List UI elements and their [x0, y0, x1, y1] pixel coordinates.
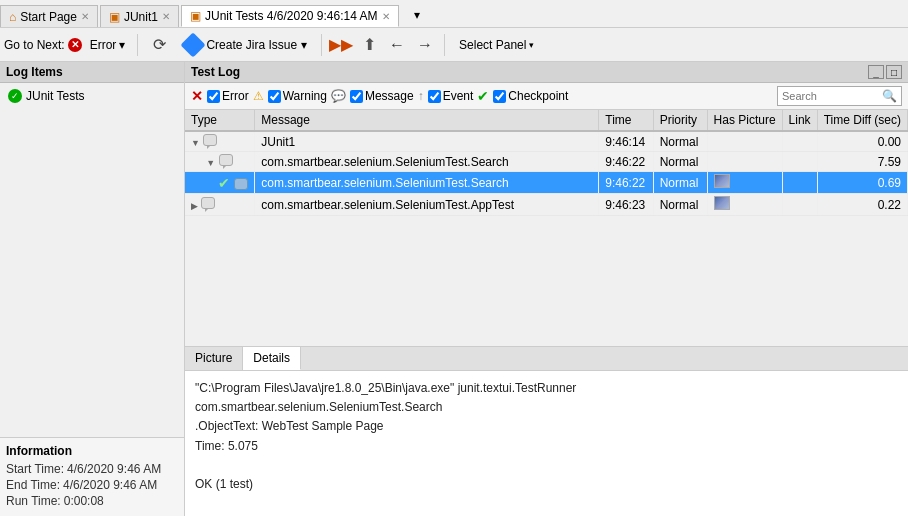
- row1-message: JUnit1: [255, 131, 599, 152]
- run-time-label: Run Time:: [6, 494, 61, 508]
- table-row-selected[interactable]: ✔ com.smartbear.selenium.SeleniumTest.Se…: [185, 172, 908, 194]
- warning-checkbox[interactable]: [268, 90, 281, 103]
- checkpoint-filter-label: Checkpoint: [508, 89, 568, 103]
- message-checkbox[interactable]: [350, 90, 363, 103]
- start-time-value: 4/6/2020 9:46 AM: [67, 462, 161, 476]
- minimize-btn[interactable]: _: [868, 65, 884, 79]
- up-icon: ⬆: [363, 35, 376, 54]
- row3-check-icon: ✔: [218, 175, 230, 191]
- main-toolbar: Go to Next: ✕ Error ▾ ⟳ Create Jira Issu…: [0, 28, 908, 62]
- row4-time: 9:46:23: [599, 194, 653, 216]
- tab-bar: ⌂ Start Page ✕ ▣ JUnit1 ✕ ▣ JUnit Tests …: [0, 0, 429, 27]
- error-filter-x-icon[interactable]: ✕: [191, 88, 203, 104]
- row2-expand-icon[interactable]: ▼: [206, 158, 215, 168]
- run-time-value: 0:00:08: [64, 494, 104, 508]
- warning-filter-item: Warning: [268, 89, 327, 103]
- tab-start-page[interactable]: ⌂ Start Page ✕: [0, 5, 98, 27]
- row3-has-picture: [707, 172, 782, 194]
- run-btn[interactable]: ▶▶: [329, 33, 353, 57]
- tab-junit-tests[interactable]: ▣ JUnit Tests 4/6/2020 9:46:14 AM ✕: [181, 5, 399, 27]
- detail-tabs: Picture Details: [185, 347, 908, 371]
- row4-message: com.smartbear.selenium.SeleniumTest.AppT…: [255, 194, 599, 216]
- tab-details[interactable]: Details: [243, 347, 301, 370]
- checkpoint-checkbox[interactable]: [493, 90, 506, 103]
- row1-expand-icon[interactable]: ▼: [191, 138, 200, 148]
- error-badge: ✕: [68, 38, 82, 52]
- table-row[interactable]: ▼ com.smartbear.selenium.SeleniumTest.Se…: [185, 152, 908, 172]
- search-box[interactable]: 🔍: [777, 86, 902, 106]
- maximize-btn[interactable]: □: [886, 65, 902, 79]
- error-checkbox[interactable]: [207, 90, 220, 103]
- row2-message: com.smartbear.selenium.SeleniumTest.Sear…: [255, 152, 599, 172]
- row4-type: ▶: [185, 194, 255, 216]
- tab-junit1-close[interactable]: ✕: [162, 11, 170, 22]
- row2-type: ▼: [185, 152, 255, 172]
- jira-dropdown-icon: ▾: [301, 38, 307, 52]
- table-header: Type Message Time Priority Has Picture L…: [185, 110, 908, 131]
- junit-tests-check-icon: ✓: [8, 89, 22, 103]
- sep1: [137, 34, 138, 56]
- row3-bubble-icon: [234, 178, 248, 190]
- warning-filter-label: Warning: [283, 89, 327, 103]
- info-section: Information Start Time: 4/6/2020 9:46 AM…: [0, 437, 184, 516]
- home-icon: ⌂: [9, 10, 16, 24]
- row4-time-diff: 0.22: [817, 194, 907, 216]
- tab-start-page-close[interactable]: ✕: [81, 11, 89, 22]
- row1-time-diff: 0.00: [817, 131, 907, 152]
- log-item-junit-tests[interactable]: ✓ JUnit Tests: [4, 87, 180, 105]
- error-filter-label: Error: [222, 89, 249, 103]
- search-input[interactable]: [782, 90, 882, 102]
- sep2: [321, 34, 322, 56]
- row3-priority: Normal: [653, 172, 707, 194]
- checkpoint-icon: ✔: [477, 88, 489, 104]
- tab-junit-tests-label: JUnit Tests 4/6/2020 9:46:14 AM: [205, 9, 378, 23]
- detail-line4: Time: 5.075: [195, 437, 898, 456]
- start-time-label: Start Time:: [6, 462, 64, 476]
- message-bubble-icon: 💬: [331, 89, 346, 103]
- junit1-icon: ▣: [109, 10, 120, 24]
- detail-line3: .ObjectText: WebTest Sample Page: [195, 417, 898, 436]
- row1-type: ▼: [185, 131, 255, 152]
- test-log-title: Test Log: [191, 65, 240, 79]
- detail-line6: OK (1 test): [195, 475, 898, 494]
- forward-btn[interactable]: →: [413, 33, 437, 57]
- col-has-picture: Has Picture: [707, 110, 782, 131]
- table-row[interactable]: ▼ JUnit1 9:46:14 Normal 0.00: [185, 131, 908, 152]
- tab-overflow-btn[interactable]: ▾: [405, 3, 429, 27]
- row2-priority: Normal: [653, 152, 707, 172]
- row3-link: [782, 172, 817, 194]
- back-arrow-icon: ←: [389, 36, 405, 54]
- table-row[interactable]: ▶ com.smartbear.selenium.SeleniumTest.Ap…: [185, 194, 908, 216]
- row4-expand-icon[interactable]: ▶: [191, 201, 198, 211]
- row3-type: ✔: [185, 172, 255, 194]
- create-jira-btn[interactable]: Create Jira Issue ▾: [177, 32, 314, 58]
- search-icon: 🔍: [882, 89, 897, 103]
- start-time-row: Start Time: 4/6/2020 9:46 AM: [6, 462, 178, 476]
- tab-junit-tests-close[interactable]: ✕: [382, 11, 390, 22]
- col-time: Time: [599, 110, 653, 131]
- event-filter-label: Event: [443, 89, 474, 103]
- error-dropdown-btn[interactable]: Error ▾: [85, 36, 131, 54]
- create-jira-label: Create Jira Issue: [206, 38, 297, 52]
- select-panel-btn[interactable]: Select Panel ▾: [452, 34, 541, 56]
- event-checkbox[interactable]: [428, 90, 441, 103]
- tab-picture[interactable]: Picture: [185, 347, 243, 370]
- forward-arrow-icon: →: [417, 36, 433, 54]
- tab-junit1[interactable]: ▣ JUnit1 ✕: [100, 5, 179, 27]
- detail-line2: com.smartbear.selenium.SeleniumTest.Sear…: [195, 398, 898, 417]
- warning-icon: ⚠: [253, 89, 264, 103]
- refresh-btn[interactable]: ⟳: [145, 33, 173, 57]
- error-filter-item: Error: [207, 89, 249, 103]
- row2-bubble-icon: [219, 154, 233, 166]
- back-btn[interactable]: ←: [385, 33, 409, 57]
- row1-priority: Normal: [653, 131, 707, 152]
- event-icon: ↑: [418, 89, 424, 103]
- log-items-list: ✓ JUnit Tests: [0, 83, 184, 437]
- goto-next-group: Go to Next: ✕ Error ▾: [4, 36, 130, 54]
- title-bar: ⌂ Start Page ✕ ▣ JUnit1 ✕ ▣ JUnit Tests …: [0, 0, 908, 28]
- row2-link: [782, 152, 817, 172]
- col-priority: Priority: [653, 110, 707, 131]
- up-btn[interactable]: ⬆: [357, 33, 381, 57]
- row3-time: 9:46:22: [599, 172, 653, 194]
- main-layout: Log Items ✓ JUnit Tests Information Star…: [0, 62, 908, 516]
